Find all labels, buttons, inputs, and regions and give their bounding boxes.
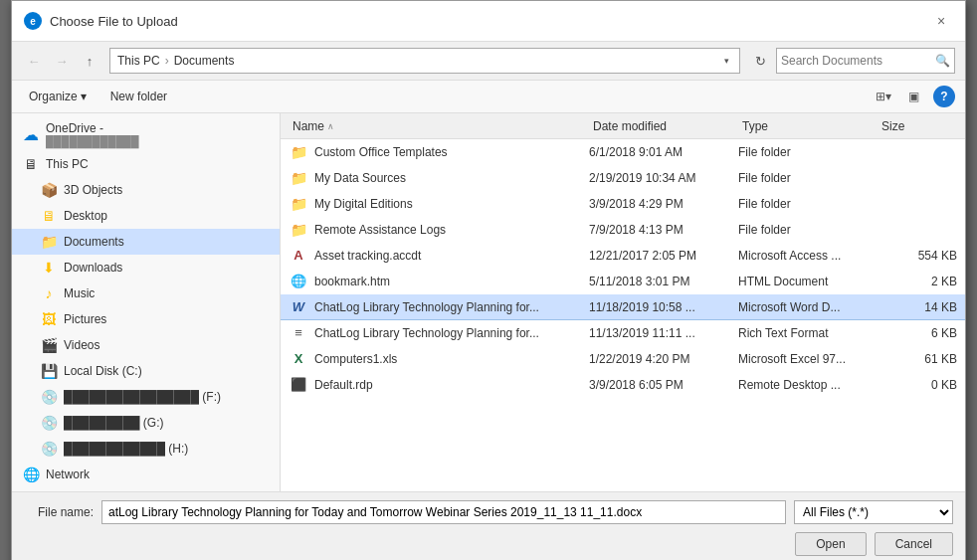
sidebar-drive-h-label: ████████████ (H:) <box>64 442 270 456</box>
file-type: File folder <box>738 171 878 185</box>
file-date: 6/1/2018 9:01 AM <box>589 145 738 159</box>
file-type: Microsoft Word D... <box>738 300 878 314</box>
table-row[interactable]: A Asset tracking.accdt 12/21/2017 2:05 P… <box>281 243 965 269</box>
sidebar-item-onedrive[interactable]: ☁ OneDrive - ████████████ <box>12 117 280 151</box>
action-row: Open Cancel <box>24 532 953 556</box>
drive-h-icon: 💿 <box>40 440 58 458</box>
close-button[interactable]: × <box>929 9 953 33</box>
file-icon: W <box>289 297 308 317</box>
file-icon: 📁 <box>289 220 308 240</box>
sidebar-documents-label: Documents <box>64 235 270 249</box>
network-icon: 🌐 <box>22 466 40 483</box>
view-icon: ⊞ <box>876 90 885 103</box>
new-folder-button[interactable]: New folder <box>101 86 176 107</box>
sidebar-item-this-pc[interactable]: 🖥 This PC <box>12 151 280 177</box>
filename-input[interactable] <box>101 500 786 524</box>
table-row[interactable]: 🌐 bookmark.htm 5/11/2018 3:01 PM HTML Do… <box>281 269 965 294</box>
this-pc-icon: 🖥 <box>22 155 40 173</box>
sidebar-this-pc-label: This PC <box>46 157 270 171</box>
filename-label: File name: <box>24 505 94 519</box>
table-row[interactable]: 📁 Remote Assistance Logs 7/9/2018 4:13 P… <box>281 217 965 243</box>
search-input[interactable] <box>781 54 935 68</box>
sidebar-item-music[interactable]: ♪ Music <box>12 280 280 306</box>
sidebar-drive-f-label: ████████████████ (F:) <box>64 390 270 404</box>
onedrive-icon: ☁ <box>22 125 40 143</box>
sidebar-item-desktop[interactable]: 🖥 Desktop <box>12 203 280 229</box>
sidebar-item-documents[interactable]: 📁 Documents <box>12 229 280 255</box>
organize-button[interactable]: Organize ▾ <box>22 86 94 107</box>
col-date-label: Date modified <box>593 119 667 133</box>
search-icon[interactable]: 🔍 <box>935 54 950 68</box>
sidebar-item-pictures[interactable]: 🖼 Pictures <box>12 306 280 332</box>
view-mode-button[interactable]: ⊞ ▾ <box>870 85 897 108</box>
file-name: Asset tracking.accdt <box>314 249 589 263</box>
col-header-size[interactable]: Size <box>878 119 957 133</box>
pane-button[interactable]: ▣ <box>899 85 927 108</box>
file-date: 2/19/2019 10:34 AM <box>589 171 738 185</box>
address-parts: This PC › Documents <box>114 53 713 69</box>
file-type: Remote Desktop ... <box>738 378 878 392</box>
sidebar-network-label: Network <box>46 467 270 481</box>
table-row[interactable]: 📁 My Digital Editions 3/9/2018 4:29 PM F… <box>281 191 965 217</box>
table-row[interactable]: W ChatLog Library Technology Planning fo… <box>281 294 965 320</box>
sidebar-onedrive-sublabel: ████████████ <box>46 135 270 147</box>
file-size: 554 KB <box>878 249 957 263</box>
file-icon: 📁 <box>289 142 308 162</box>
file-name: ChatLog Library Technology Planning for.… <box>314 300 589 314</box>
file-icon: 🌐 <box>289 272 308 291</box>
sidebar-local-disk-label: Local Disk (C:) <box>64 364 270 378</box>
table-row[interactable]: ≡ ChatLog Library Technology Planning fo… <box>281 320 965 346</box>
sidebar-item-downloads[interactable]: ⬇ Downloads <box>12 255 280 280</box>
table-row[interactable]: 📁 Custom Office Templates 6/1/2018 9:01 … <box>281 139 965 165</box>
file-size: 6 KB <box>878 326 957 340</box>
address-this-pc[interactable]: This PC <box>114 53 163 69</box>
file-type: File folder <box>738 197 878 211</box>
file-type: Rich Text Format <box>738 326 878 340</box>
title-bar: e Choose File to Upload × <box>12 1 965 42</box>
file-icon: ≡ <box>289 323 308 343</box>
sidebar-item-local-disk[interactable]: 💾 Local Disk (C:) <box>12 358 280 384</box>
sidebar-item-drive-g[interactable]: 💿 █████████ (G:) <box>12 410 280 436</box>
desktop-icon: 🖥 <box>40 207 58 225</box>
file-icon: 📁 <box>289 168 308 188</box>
sidebar-item-drive-f[interactable]: 💿 ████████████████ (F:) <box>12 384 280 410</box>
up-button[interactable]: ↑ <box>78 49 101 73</box>
open-button[interactable]: Open <box>795 532 866 556</box>
file-date: 3/9/2018 4:29 PM <box>589 197 738 211</box>
sidebar-item-drive-h[interactable]: 💿 ████████████ (H:) <box>12 436 280 462</box>
address-current[interactable]: Documents <box>171 53 238 69</box>
filetype-select[interactable]: All Files (*.*) <box>794 500 953 524</box>
forward-button[interactable]: → <box>50 49 74 73</box>
sidebar-item-network[interactable]: 🌐 Network <box>12 462 280 487</box>
music-icon: ♪ <box>40 284 58 302</box>
sidebar-downloads-label: Downloads <box>64 261 270 275</box>
sidebar-item-3d-objects[interactable]: 📦 3D Objects <box>12 177 280 203</box>
col-header-name[interactable]: Name ∧ <box>289 119 589 133</box>
col-header-date[interactable]: Date modified <box>589 119 738 133</box>
search-box: 🔍 <box>776 48 955 74</box>
file-type: File folder <box>738 223 878 237</box>
refresh-button[interactable]: ↻ <box>748 49 772 73</box>
dialog-title: Choose File to Upload <box>50 14 178 29</box>
col-header-type[interactable]: Type <box>738 119 878 133</box>
file-name: Default.rdp <box>314 378 589 392</box>
3d-objects-icon: 📦 <box>40 181 58 199</box>
address-dropdown[interactable]: ▾ <box>717 50 735 72</box>
view-arrow: ▾ <box>885 90 891 103</box>
col-type-label: Type <box>742 119 768 133</box>
address-bar[interactable]: This PC › Documents ▾ <box>109 48 740 74</box>
back-button[interactable]: ← <box>22 49 46 73</box>
address-separator: › <box>165 54 169 68</box>
file-icon: ⬛ <box>289 375 308 395</box>
sidebar-item-videos[interactable]: 🎬 Videos <box>12 332 280 358</box>
col-name-label: Name <box>293 119 324 133</box>
file-date: 11/13/2019 11:11 ... <box>589 326 738 340</box>
view-controls: ⊞ ▾ ▣ ? <box>870 85 955 108</box>
help-button[interactable]: ? <box>933 86 955 107</box>
table-row[interactable]: ⬛ Default.rdp 3/9/2018 6:05 PM Remote De… <box>281 372 965 398</box>
table-row[interactable]: 📁 My Data Sources 2/19/2019 10:34 AM Fil… <box>281 165 965 191</box>
table-row[interactable]: X Computers1.xls 1/22/2019 4:20 PM Micro… <box>281 346 965 372</box>
content-area: ☁ OneDrive - ████████████ 🖥 This PC 📦 3D… <box>12 113 965 491</box>
documents-icon: 📁 <box>40 233 58 251</box>
cancel-button[interactable]: Cancel <box>875 532 953 556</box>
